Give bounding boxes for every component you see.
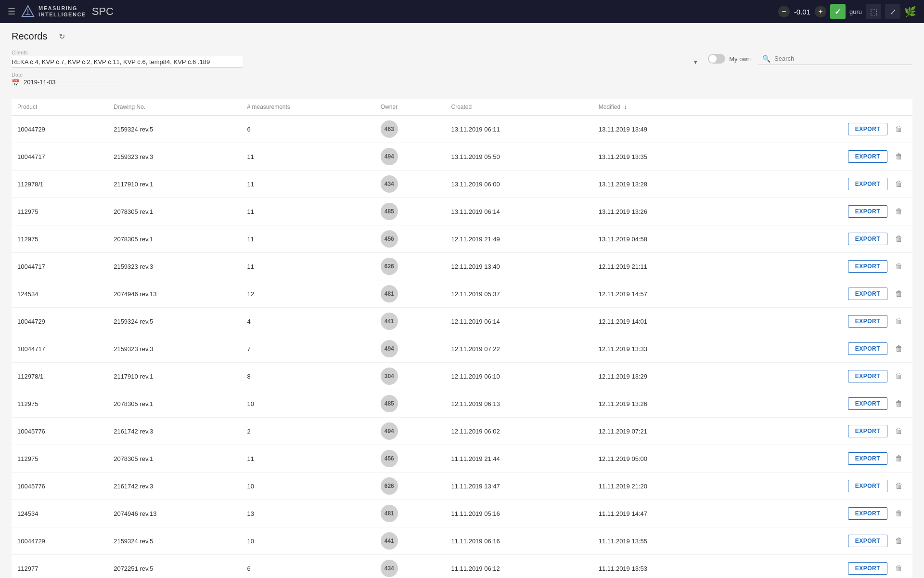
delete-icon[interactable]: 🗑: [891, 397, 907, 410]
delete-icon[interactable]: 🗑: [891, 178, 907, 190]
cell-actions: EXPORT 🗑: [740, 363, 912, 390]
date-value[interactable]: 2019-11-03: [24, 79, 120, 87]
owner-badge: 485: [381, 203, 398, 220]
owner-badge: 626: [381, 477, 398, 495]
cell-product: 112975: [12, 198, 108, 225]
chevron-down-icon: ▼: [693, 59, 698, 66]
cell-measurements: 10: [242, 473, 375, 500]
delete-icon[interactable]: 🗑: [891, 562, 907, 575]
menu-icon[interactable]: ☰: [8, 6, 15, 17]
cell-measurements: 11: [242, 171, 375, 198]
score-plus-button[interactable]: +: [815, 6, 826, 17]
cell-drawing: 2117910 rev.1: [108, 171, 241, 198]
cell-drawing: 2159324 rev.5: [108, 527, 241, 555]
table-row: 112977 2072251 rev.5 6 434 11.11.2019 06…: [12, 555, 912, 578]
col-product: Product: [12, 99, 108, 116]
cell-created: 11.11.2019 06:16: [446, 527, 593, 555]
owner-badge: 434: [381, 560, 398, 577]
login-button[interactable]: ⬚: [866, 4, 881, 19]
table-row: 10044717 2159323 rev.3 11 494 13.11.2019…: [12, 143, 912, 171]
cell-drawing: 2159323 rev.3: [108, 253, 241, 280]
delete-icon[interactable]: 🗑: [891, 315, 907, 328]
cell-created: 11.11.2019 05:16: [446, 500, 593, 527]
cell-measurements: 2: [242, 418, 375, 445]
cell-product: 124534: [12, 500, 108, 527]
cell-modified: 12.11.2019 14:01: [593, 308, 740, 335]
expand-button[interactable]: ⤢: [885, 4, 900, 19]
cell-modified: 12.11.2019 13:29: [593, 363, 740, 390]
export-button[interactable]: EXPORT: [848, 205, 887, 218]
export-button[interactable]: EXPORT: [848, 233, 887, 245]
cell-owner: 434: [375, 555, 446, 578]
table-row: 10044717 2159323 rev.3 7 494 12.11.2019 …: [12, 335, 912, 363]
delete-icon[interactable]: 🗑: [891, 507, 907, 520]
cell-modified: 11.11.2019 21:20: [593, 473, 740, 500]
cell-created: 11.11.2019 21:44: [446, 445, 593, 473]
owner-badge: 456: [381, 450, 398, 467]
owner-badge: 494: [381, 422, 398, 440]
export-button[interactable]: EXPORT: [848, 150, 887, 163]
delete-icon[interactable]: 🗑: [891, 233, 907, 245]
delete-icon[interactable]: 🗑: [891, 342, 907, 355]
table-row: 10045776 2161742 rev.3 2 494 12.11.2019 …: [12, 418, 912, 445]
topnav-controls: − -0.01 + ✓ guru ⬚ ⤢ 🌿: [778, 4, 916, 19]
delete-icon[interactable]: 🗑: [891, 370, 907, 382]
cell-modified: 12.11.2019 13:33: [593, 335, 740, 363]
export-button[interactable]: EXPORT: [848, 452, 887, 465]
refresh-icon[interactable]: ↻: [59, 32, 65, 41]
export-button[interactable]: EXPORT: [848, 397, 887, 410]
export-button[interactable]: EXPORT: [848, 425, 887, 437]
logo-icon: [21, 5, 35, 18]
sort-arrow-icon: ↓: [624, 104, 627, 110]
export-button[interactable]: EXPORT: [848, 370, 887, 382]
cell-owner: 494: [375, 143, 446, 171]
calendar-icon[interactable]: 📅: [12, 79, 20, 87]
delete-icon[interactable]: 🗑: [891, 123, 907, 135]
export-button[interactable]: EXPORT: [848, 178, 887, 190]
owner-badge: 485: [381, 395, 398, 412]
cell-created: 12.11.2019 06:14: [446, 308, 593, 335]
export-button[interactable]: EXPORT: [848, 535, 887, 547]
owner-badge: 481: [381, 505, 398, 522]
table-row: 10044729 2159324 rev.5 4 441 12.11.2019 …: [12, 308, 912, 335]
col-modified[interactable]: Modified ↓: [593, 99, 740, 116]
search-input[interactable]: [774, 55, 899, 62]
delete-icon[interactable]: 🗑: [891, 535, 907, 547]
delete-icon[interactable]: 🗑: [891, 425, 907, 437]
export-button[interactable]: EXPORT: [848, 562, 887, 575]
cell-modified: 11.11.2019 13:53: [593, 555, 740, 578]
score-minus-button[interactable]: −: [778, 6, 790, 17]
cell-drawing: 2159324 rev.5: [108, 116, 241, 143]
table-row: 10044729 2159324 rev.5 6 463 13.11.2019 …: [12, 116, 912, 143]
page-header: Records ↻: [12, 31, 912, 42]
delete-icon[interactable]: 🗑: [891, 260, 907, 273]
spc-label: SPC: [92, 5, 114, 18]
export-button[interactable]: EXPORT: [848, 315, 887, 328]
delete-icon[interactable]: 🗑: [891, 480, 907, 492]
cell-created: 13.11.2019 05:50: [446, 143, 593, 171]
export-button[interactable]: EXPORT: [848, 260, 887, 273]
cell-owner: 456: [375, 225, 446, 253]
cell-measurements: 4: [242, 308, 375, 335]
table-row: 124534 2074946 rev.13 12 481 12.11.2019 …: [12, 280, 912, 308]
clients-select[interactable]: REKA č.4, KVP č.7, KVP č.2, KVP č.11, KV…: [12, 56, 243, 68]
delete-icon[interactable]: 🗑: [891, 150, 907, 163]
cell-measurements: 8: [242, 363, 375, 390]
my-own-switch[interactable]: [708, 54, 725, 64]
export-button[interactable]: EXPORT: [848, 123, 887, 135]
export-button[interactable]: EXPORT: [848, 507, 887, 520]
delete-icon[interactable]: 🗑: [891, 288, 907, 300]
date-group: Date 📅 2019-11-03: [12, 72, 120, 87]
export-button[interactable]: EXPORT: [848, 342, 887, 355]
delete-icon[interactable]: 🗑: [891, 205, 907, 218]
delete-icon[interactable]: 🗑: [891, 452, 907, 465]
check-button[interactable]: ✓: [830, 4, 846, 19]
cell-measurements: 11: [242, 143, 375, 171]
export-button[interactable]: EXPORT: [848, 480, 887, 492]
cell-created: 11.11.2019 06:12: [446, 555, 593, 578]
table-row: 112978/1 2117910 rev.1 8 304 12.11.2019 …: [12, 363, 912, 390]
export-button[interactable]: EXPORT: [848, 288, 887, 300]
cell-modified: 12.11.2019 13:26: [593, 390, 740, 418]
cell-drawing: 2117910 rev.1: [108, 363, 241, 390]
cell-owner: 434: [375, 171, 446, 198]
